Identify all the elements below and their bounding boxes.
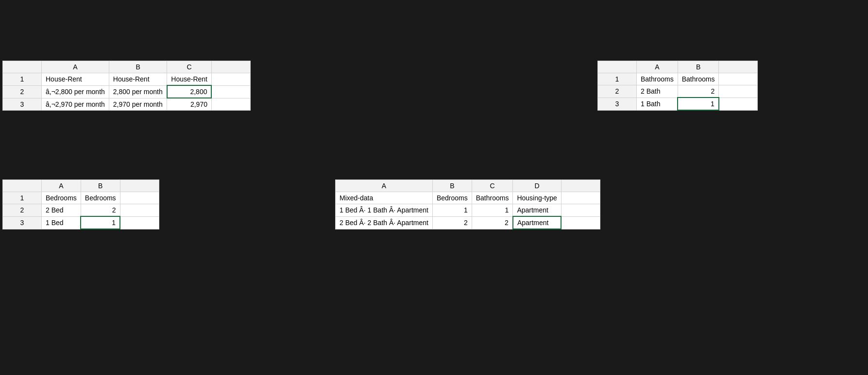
row-num: 2 (3, 204, 42, 217)
table-row: 3 1 Bed 1 (3, 216, 159, 229)
cell-c2-mixed[interactable]: 2 (472, 216, 513, 229)
bathrooms-table: A B 1 Bathrooms Bathrooms 2 2 Bath 2 3 1… (597, 61, 758, 111)
row-num-header (3, 61, 42, 73)
table-row: 3 â,¬2,970 per month 2,970 per month 2,9… (3, 98, 251, 111)
cell-d2-mixed[interactable]: Apartment (513, 216, 562, 229)
house-rent-header-d (211, 73, 250, 86)
col-e-header (561, 180, 600, 192)
row-num: 1 (3, 192, 42, 204)
mixed-header-b[interactable]: Bedrooms (432, 192, 472, 204)
col-a-header: A (42, 180, 81, 192)
cell-a2-mixed[interactable]: 2 Bed Â· 2 Bath Â· Apartment (336, 216, 433, 229)
cell-a2-bed[interactable]: 2 Bed (42, 204, 81, 217)
cell-a3-bed[interactable]: 1 Bed (42, 216, 81, 229)
cell-b2[interactable]: 2,800 per month (109, 85, 167, 98)
cell-b3[interactable]: 2,970 per month (109, 98, 167, 111)
bathrooms-header-a[interactable]: Bathrooms (637, 73, 678, 85)
bedrooms-table: A B 1 Bedrooms Bedrooms 2 2 Bed 2 3 1 Be… (2, 179, 159, 229)
house-rent-header-a[interactable]: House-Rent (42, 73, 109, 86)
cell-b3-bed[interactable]: 1 (81, 216, 120, 229)
cell-c1-mixed[interactable]: 1 (472, 204, 513, 217)
mixed-header-c[interactable]: Bathrooms (472, 192, 513, 204)
house-rent-table: A B C 1 House-Rent House-Rent House-Rent… (2, 61, 251, 111)
mixed-header-e (561, 192, 600, 204)
house-rent-header-c[interactable]: House-Rent (167, 73, 212, 86)
bathrooms-header-c (719, 73, 758, 85)
cell-b1-mixed[interactable]: 1 (432, 204, 472, 217)
cell-a2[interactable]: â,¬2,800 per month (42, 85, 109, 98)
row-num: 2 (3, 85, 42, 98)
cell-e1-mixed (561, 204, 600, 217)
col-d-header (211, 61, 250, 73)
cell-c2-bath (719, 85, 758, 98)
col-c-header: C (167, 61, 212, 73)
cell-c2-bed (120, 204, 159, 217)
cell-d2 (211, 85, 250, 98)
bedrooms-header-a[interactable]: Bedrooms (42, 192, 81, 204)
col-a-header: A (42, 61, 109, 73)
table-row: Mixed-data Bedrooms Bathrooms Housing-ty… (336, 192, 600, 204)
row-num: 3 (598, 98, 637, 110)
col-c-header (719, 61, 758, 73)
bathrooms-header-b[interactable]: Bathrooms (678, 73, 719, 85)
cell-b3-bath[interactable]: 1 (678, 98, 719, 110)
table-row: 2 â,¬2,800 per month 2,800 per month 2,8… (3, 85, 251, 98)
cell-c3-bed (120, 216, 159, 229)
table-row: 2 2 Bath 2 (598, 85, 758, 98)
row-num: 1 (3, 73, 42, 86)
mixed-data-table: A B C D Mixed-data Bedrooms Bathrooms Ho… (335, 179, 600, 229)
cell-a1-mixed[interactable]: 1 Bed Â· 1 Bath Â· Apartment (336, 204, 433, 217)
table-row: 1 Bedrooms Bedrooms (3, 192, 159, 204)
cell-e2-mixed (561, 216, 600, 229)
cell-d1-mixed[interactable]: Apartment (513, 204, 562, 217)
cell-b2-mixed[interactable]: 2 (432, 216, 472, 229)
cell-b2-bed[interactable]: 2 (81, 204, 120, 217)
col-c-header: C (472, 180, 513, 192)
bedrooms-header-b[interactable]: Bedrooms (81, 192, 120, 204)
row-num-header (598, 61, 637, 73)
cell-b2-bath[interactable]: 2 (678, 85, 719, 98)
mixed-header-a[interactable]: Mixed-data (336, 192, 433, 204)
table-row: 1 Bathrooms Bathrooms (598, 73, 758, 85)
table-row: 2 2 Bed 2 (3, 204, 159, 217)
col-b-header: B (109, 61, 167, 73)
row-num: 1 (598, 73, 637, 85)
row-num: 3 (3, 216, 42, 229)
col-b-header: B (432, 180, 472, 192)
table-row: 1 Bed Â· 1 Bath Â· Apartment 1 1 Apartme… (336, 204, 600, 217)
cell-c3-bath (719, 98, 758, 110)
col-a-header: A (637, 61, 678, 73)
mixed-header-d[interactable]: Housing-type (513, 192, 562, 204)
row-num: 2 (598, 85, 637, 98)
col-b-header: B (678, 61, 719, 73)
cell-c3[interactable]: 2,970 (167, 98, 212, 111)
cell-a3-bath[interactable]: 1 Bath (637, 98, 678, 110)
col-b-header: B (81, 180, 120, 192)
table-row: 2 Bed Â· 2 Bath Â· Apartment 2 2 Apartme… (336, 216, 600, 229)
col-c-header (120, 180, 159, 192)
col-d-header: D (513, 180, 562, 192)
row-num-header (3, 180, 42, 192)
cell-d3 (211, 98, 250, 111)
table-row: 1 House-Rent House-Rent House-Rent (3, 73, 251, 86)
bedrooms-header-c (120, 192, 159, 204)
cell-a3[interactable]: â,¬2,970 per month (42, 98, 109, 111)
cell-a2-bath[interactable]: 2 Bath (637, 85, 678, 98)
col-a-header: A (336, 180, 433, 192)
row-num: 3 (3, 98, 42, 111)
cell-c2[interactable]: 2,800 (167, 85, 212, 98)
house-rent-header-b[interactable]: House-Rent (109, 73, 167, 86)
table-row: 3 1 Bath 1 (598, 98, 758, 110)
